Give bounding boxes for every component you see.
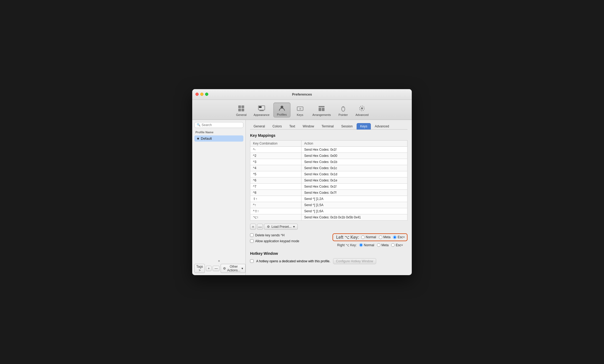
- table-row[interactable]: ^5Send Hex Codes: 0x1d: [250, 171, 407, 177]
- add-profile-button[interactable]: +: [206, 266, 212, 271]
- delete-key-label: Delete key sends ^H: [255, 233, 285, 237]
- hotkey-label: A hotkey opens a dedicated window with t…: [256, 259, 330, 263]
- toolbar-item-general[interactable]: General: [233, 103, 250, 117]
- action-cell: Send Hex Codes: 0x1c: [301, 165, 407, 171]
- preferences-window: Preferences General: [192, 89, 412, 275]
- configure-hotkey-button[interactable]: Configure Hotkey Window: [333, 258, 376, 264]
- left-key-radio-group: Normal Meta Esc+: [361, 235, 405, 239]
- table-row[interactable]: ^7Send Hex Codes: 0x1f: [250, 183, 407, 189]
- table-row[interactable]: ⇧↑Send ^[ [1;2A: [250, 196, 407, 202]
- action-cell: Send Hex Codes: 0x7f: [301, 189, 407, 196]
- right-escplus-option[interactable]: Esc+: [391, 243, 403, 247]
- toolbar-item-keys[interactable]: ⌘ Keys: [292, 103, 309, 117]
- load-preset-button[interactable]: ⚙ Load Preset... ▾: [264, 224, 298, 230]
- key-cell: ⇧↑: [250, 196, 301, 202]
- general-label: General: [236, 113, 247, 116]
- table-actions: + — ⚙ Load Preset... ▾: [250, 224, 407, 230]
- advanced-icon: [358, 104, 366, 113]
- allow-keypad-checkbox[interactable]: [250, 239, 254, 243]
- left-meta-option[interactable]: Meta: [379, 235, 391, 239]
- toolbar: General Appearance Profiles: [192, 100, 412, 120]
- action-cell: Send Hex Codes: 0x1f: [301, 146, 407, 153]
- left-normal-label: Normal: [366, 235, 376, 239]
- toolbar-item-advanced[interactable]: Advanced: [353, 103, 371, 117]
- key-settings: Left ⌥ Key: Normal Meta: [333, 233, 407, 247]
- tab-general[interactable]: General: [250, 123, 269, 130]
- arrangements-icon: [317, 104, 326, 113]
- remove-key-button[interactable]: —: [257, 224, 263, 230]
- add-key-button[interactable]: +: [250, 224, 256, 230]
- left-escplus-label: Esc+: [398, 235, 405, 239]
- other-actions-button[interactable]: ⚙ Other Actions... ▾: [221, 264, 245, 273]
- table-row[interactable]: ^⇧↑Send ^[ [1;6A: [250, 208, 407, 214]
- toolbar-item-profiles[interactable]: Profiles: [273, 103, 290, 117]
- sidebar: 🔍 Profile Name ★ Default Tags > + — ⚙ Ot…: [192, 120, 246, 275]
- table-row[interactable]: ^3Send Hex Codes: 0x1b: [250, 159, 407, 165]
- right-normal-radio[interactable]: [359, 243, 363, 247]
- maximize-button[interactable]: [205, 93, 208, 96]
- svg-rect-2: [238, 109, 241, 111]
- allow-keypad-checkbox-row[interactable]: Allow application keypad mode: [250, 239, 324, 243]
- left-normal-radio[interactable]: [361, 236, 365, 239]
- profiles-label: Profiles: [277, 113, 287, 116]
- table-row[interactable]: ^↑Send ^[ [1;5A: [250, 202, 407, 208]
- general-icon: [237, 104, 246, 113]
- tab-terminal[interactable]: Terminal: [318, 123, 337, 130]
- tab-session[interactable]: Session: [338, 123, 356, 130]
- traffic-lights: [195, 93, 208, 96]
- left-key-row: Left ⌥ Key: Normal Meta: [333, 233, 407, 241]
- delete-key-checkbox[interactable]: [250, 233, 254, 237]
- left-normal-option[interactable]: Normal: [361, 235, 376, 239]
- right-key-radio-group: Normal Meta Esc+: [359, 243, 403, 247]
- hotkey-title: Hotkey Window: [250, 251, 407, 256]
- remove-profile-button[interactable]: —: [213, 266, 220, 271]
- key-cell: ^8: [250, 189, 301, 196]
- action-cell: Send ^[ [1;5A: [301, 202, 407, 208]
- table-row[interactable]: ^6Send Hex Codes: 0x1e: [250, 177, 407, 183]
- toolbar-item-pointer[interactable]: Pointer: [335, 103, 352, 117]
- delete-key-checkbox-row[interactable]: Delete key sends ^H: [250, 233, 324, 237]
- profile-item-default[interactable]: ★ Default: [194, 135, 243, 142]
- appearance-label: Appearance: [254, 113, 269, 116]
- svg-rect-11: [319, 106, 324, 107]
- right-meta-radio[interactable]: [377, 243, 380, 247]
- profile-list-header: Profile Name: [194, 130, 243, 134]
- tab-keys[interactable]: Keys: [357, 123, 371, 130]
- tags-button[interactable]: Tags >: [194, 264, 205, 273]
- table-row[interactable]: ^2Send Hex Codes: 0x00: [250, 153, 407, 159]
- left-meta-radio[interactable]: [379, 236, 382, 239]
- left-escplus-option[interactable]: Esc+: [393, 235, 405, 239]
- hotkey-section: Hotkey Window A hotkey opens a dedicated…: [250, 251, 407, 264]
- tab-colors[interactable]: Colors: [269, 123, 285, 130]
- close-button[interactable]: [195, 93, 199, 96]
- content-area: 🔍 Profile Name ★ Default Tags > + — ⚙ Ot…: [192, 120, 412, 275]
- right-escplus-label: Esc+: [396, 243, 403, 247]
- left-escplus-radio[interactable]: [393, 236, 397, 239]
- load-preset-label: Load Preset...: [271, 225, 292, 229]
- table-row[interactable]: ^-Send Hex Codes: 0x1f: [250, 146, 407, 153]
- sidebar-footer: Tags > + — ⚙ Other Actions... ▾: [194, 264, 243, 273]
- svg-rect-13: [322, 108, 324, 111]
- right-meta-option[interactable]: Meta: [377, 243, 389, 247]
- search-input[interactable]: [202, 123, 241, 127]
- right-normal-option[interactable]: Normal: [359, 243, 374, 247]
- toolbar-item-appearance[interactable]: Appearance: [251, 103, 272, 117]
- hotkey-checkbox[interactable]: [250, 259, 254, 263]
- table-row[interactable]: ^4Send Hex Codes: 0x1c: [250, 165, 407, 171]
- search-icon: 🔍: [197, 123, 201, 127]
- toolbar-item-arrangements[interactable]: Arrangements: [310, 103, 334, 117]
- tab-window[interactable]: Window: [299, 123, 318, 130]
- svg-rect-0: [238, 105, 241, 108]
- appearance-icon: [257, 104, 266, 113]
- search-box[interactable]: 🔍: [194, 122, 243, 128]
- table-row[interactable]: ⌥↑Send Hex Codes: 0x1b 0x1b 0x5b 0x41: [250, 214, 407, 220]
- right-key-label: Right ⌥ Key:: [333, 243, 357, 247]
- tab-text[interactable]: Text: [286, 123, 299, 130]
- key-cell: ^2: [250, 153, 301, 159]
- minimize-button[interactable]: [200, 93, 203, 96]
- tab-advanced[interactable]: Advanced: [371, 123, 392, 130]
- right-escplus-radio[interactable]: [391, 243, 395, 247]
- key-cell: ^⇧↑: [250, 208, 301, 214]
- table-row[interactable]: ^8Send Hex Codes: 0x7f: [250, 189, 407, 196]
- col-action-header: Action: [301, 140, 407, 146]
